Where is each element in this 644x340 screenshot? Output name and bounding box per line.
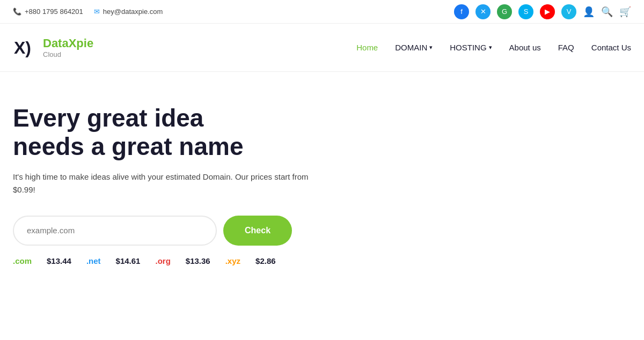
phone-icon: 📞 [13, 8, 21, 16]
xyz-price: $2.86 [255, 256, 276, 265]
hero-headline-line2: needs a great name [13, 132, 244, 160]
email-icon: ✉ [94, 8, 100, 16]
logo[interactable]: X) DataXpie Cloud [13, 35, 93, 60]
cart-icon[interactable]: 🛒 [619, 6, 631, 18]
hero-section: Every great idea needs a great name It's… [0, 72, 322, 265]
topbar-contact: 📞 +880 1795 864201 ✉ hey@dataxpie.com [13, 8, 163, 16]
hero-headline-line1: Every great idea [13, 104, 203, 132]
com-price: $13.44 [47, 256, 71, 265]
youtube-icon[interactable]: ▶ [540, 4, 555, 19]
facebook-icon[interactable]: f [454, 4, 469, 19]
domain-caret: ▾ [429, 44, 433, 51]
phone-info: 📞 +880 1795 864201 [13, 8, 83, 16]
twitter-icon[interactable]: ✕ [475, 4, 491, 19]
org-price: $13.36 [186, 256, 210, 265]
check-button[interactable]: Check [223, 216, 292, 246]
email-address: hey@dataxpie.com [103, 8, 163, 16]
user-icon[interactable]: 👤 [583, 6, 595, 18]
xyz-ext-label: .xyz [225, 256, 240, 265]
nav-faq[interactable]: FAQ [558, 43, 574, 52]
nav-links: Home DOMAIN ▾ HOSTING ▾ About us FAQ Con… [356, 43, 631, 52]
hero-subtext: It's high time to make ideas alive with … [13, 171, 309, 196]
hero-headline: Every great idea needs a great name [13, 104, 309, 161]
phone-number: +880 1795 864201 [25, 8, 83, 16]
logo-sub: Cloud [43, 50, 93, 58]
hosting-caret: ▾ [489, 44, 492, 51]
logo-text: DataXpie Cloud [43, 36, 93, 58]
net-price: $14.61 [116, 256, 141, 265]
domain-price-list: .com $13.44 .net $14.61 .org $13.36 .xyz… [13, 256, 309, 265]
domain-search-input[interactable] [13, 216, 217, 246]
topbar: 📞 +880 1795 864201 ✉ hey@dataxpie.com f … [0, 0, 644, 24]
svg-text:X): X) [14, 38, 31, 57]
logo-icon: X) [13, 35, 38, 60]
nav-about[interactable]: About us [509, 43, 541, 52]
email-info: ✉ hey@dataxpie.com [94, 8, 163, 16]
nav-domain[interactable]: DOMAIN ▾ [395, 43, 433, 52]
net-ext-label: .net [86, 256, 101, 265]
logo-brand: DataXpie [43, 36, 93, 50]
vimeo-icon[interactable]: V [561, 4, 576, 19]
org-ext-label: .org [155, 256, 170, 265]
nav-home[interactable]: Home [356, 43, 378, 52]
com-ext-label: .com [13, 256, 32, 265]
navbar: X) DataXpie Cloud Home DOMAIN ▾ HOSTING … [0, 24, 644, 72]
search-icon[interactable]: 🔍 [601, 6, 613, 18]
brand-accent: Xpie [69, 36, 93, 50]
g-icon[interactable]: G [497, 4, 512, 19]
nav-contact[interactable]: Contact Us [591, 43, 631, 52]
brand-main: Data [43, 36, 69, 50]
domain-search-bar: Check [13, 216, 309, 246]
social-icons: f ✕ G S ▶ V 👤 🔍 🛒 [454, 4, 631, 19]
skype-icon[interactable]: S [518, 4, 533, 19]
nav-hosting[interactable]: HOSTING ▾ [450, 43, 492, 52]
